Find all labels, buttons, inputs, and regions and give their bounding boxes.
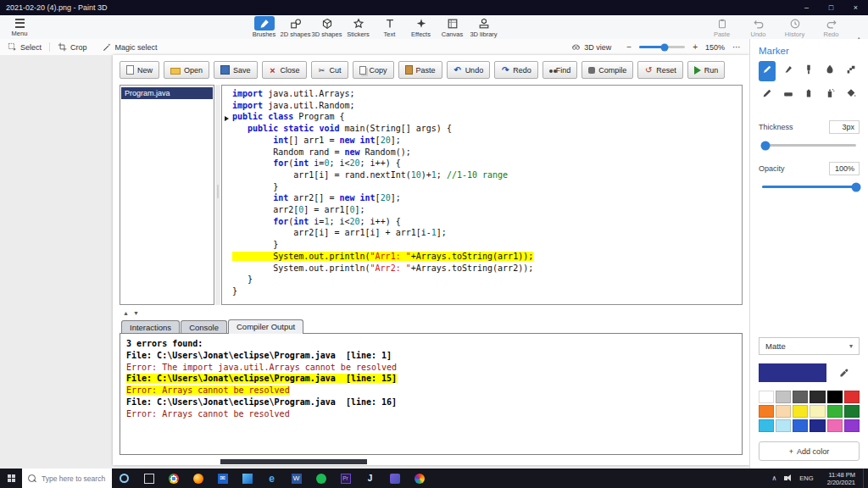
palette-color-17[interactable] [827,419,843,432]
show-desktop-button[interactable] [863,469,868,488]
palette-color-8[interactable] [776,405,791,418]
file-tab-program-java[interactable]: Program.java [121,87,213,99]
taskbar-clock[interactable]: 11:48 PM 2/20/2021 [820,471,863,486]
opacity-value-field[interactable]: 100% [829,162,860,175]
brush-oil-brush[interactable] [801,61,818,81]
palette-color-14[interactable] [776,419,791,432]
palette-color-13[interactable] [759,419,774,432]
palette-color-6[interactable] [844,391,860,403]
3d-view-toggle[interactable]: 3D view [564,42,619,52]
minimize-button[interactable]: – [794,0,819,15]
close-button[interactable]: × [843,0,868,15]
drjava-paste-dj-button[interactable]: Paste [398,61,442,79]
opacity-slider-thumb[interactable] [852,182,861,191]
taskbar-spotify-button[interactable] [309,469,333,488]
taskbar-chrome-button[interactable] [161,469,186,488]
drjava-redo-button[interactable]: Redo [494,61,538,79]
taskbar-task-view-button[interactable] [136,469,161,488]
thickness-slider-thumb[interactable] [761,141,771,150]
taskbar-photos-button[interactable] [235,469,259,488]
ribbon-redo-button[interactable]: Redo [816,16,846,38]
magic-select-tool[interactable]: Magic select [95,39,165,55]
tab-interactions[interactable]: Interactions [121,320,180,334]
drjava-compile-button[interactable]: Compile [581,61,633,79]
current-color-swatch[interactable] [759,363,826,382]
start-button[interactable] [0,469,22,488]
ribbon-tool-stickers[interactable]: Stickers [343,16,373,38]
compiler-output-pane[interactable]: 3 errors found:File: C:\Users\Jonat\ecli… [120,333,743,455]
brush-marker[interactable] [759,61,776,81]
palette-color-1[interactable] [759,391,774,403]
opacity-slider[interactable] [762,186,856,188]
palette-color-2[interactable] [776,391,791,403]
ribbon-history-button[interactable]: History [780,16,810,38]
taskbar-cortana-button[interactable] [112,469,136,488]
thickness-slider[interactable] [762,144,856,147]
split-expand-up-button[interactable]: ▲ [122,310,130,316]
select-tool[interactable]: Select [0,39,49,55]
tab-console[interactable]: Console [181,320,227,334]
palette-color-15[interactable] [793,419,808,432]
more-options-button[interactable]: ⋯ [731,42,743,52]
tray-expand-chevron-icon[interactable]: ∧ [766,474,783,482]
taskbar-firefox-button[interactable] [186,469,210,488]
drjava-copy-button[interactable]: Copy [353,61,394,79]
ribbon-tool-library3d[interactable]: 3D library [469,16,498,38]
ribbon-tool-brushes[interactable]: Brushes [249,16,279,38]
brush-calligraphy-pen[interactable] [780,61,797,81]
palette-color-12[interactable] [844,405,860,418]
palette-color-3[interactable] [793,391,808,403]
eyedropper-button[interactable] [833,363,854,383]
brush-watercolour[interactable] [821,61,838,81]
taskbar-java-button[interactable]: J [358,469,382,488]
drjava-undo-button[interactable]: Undo [447,61,491,79]
taskbar-word-button[interactable]: W [284,469,309,488]
ribbon-tool-canvas[interactable]: Canvas [437,16,467,38]
language-indicator[interactable]: ENG [793,474,819,482]
palette-color-11[interactable] [827,405,843,418]
menu-button[interactable]: Menu [0,17,39,37]
palette-color-4[interactable] [810,391,825,403]
palette-color-9[interactable] [793,405,808,418]
palette-color-7[interactable] [759,405,774,418]
drjava-save-button[interactable]: Save [214,61,258,79]
volume-icon[interactable] [784,476,787,480]
palette-color-18[interactable] [844,419,860,432]
drjava-find-button[interactable]: Find [542,61,578,79]
palette-color-16[interactable] [810,419,825,432]
zoom-out-button[interactable]: − [625,42,633,52]
taskbar-paint3d-button[interactable] [382,469,407,488]
ribbon-tool-shapes2d[interactable]: 2D shapes [281,16,310,38]
drjava-close-button[interactable]: Close [262,61,307,79]
search-input[interactable] [40,474,114,484]
ribbon-tool-effects[interactable]: Effects [406,16,436,38]
split-expand-down-button[interactable]: ▼ [132,310,140,316]
brush-spray-can[interactable] [821,85,838,105]
palette-color-5[interactable] [827,391,843,403]
tab-compiler-output[interactable]: Compiler Output [228,319,303,334]
canvas-image-drjava-screenshot[interactable]: NewOpenSaveCloseCutCopyPasteUndoRedoFind… [113,55,749,465]
material-dropdown[interactable]: Matte ▾ [759,337,860,355]
maximize-button[interactable]: □ [819,0,843,15]
zoom-slider[interactable] [639,46,685,48]
brush-crayon[interactable] [801,85,818,105]
ribbon-undo-button[interactable]: Undo [743,16,773,38]
drjava-cut-button[interactable]: Cut [311,61,348,79]
zoom-in-button[interactable]: + [691,42,699,52]
taskbar-premiere-button[interactable]: Pr [333,469,358,488]
palette-color-10[interactable] [810,405,825,418]
taskbar-search[interactable] [22,469,112,488]
brush-pencil[interactable] [759,85,776,105]
drjava-code-editor[interactable]: import java.util.Arrays;import java.util… [221,85,743,305]
drjava-run-button[interactable]: Run [687,61,726,79]
taskbar-palette-button[interactable] [407,469,431,488]
add-color-button[interactable]: + Add color [759,441,860,461]
horizontal-splitter[interactable]: ▲ ▼ [120,307,743,319]
crop-tool[interactable]: Crop [50,39,95,55]
ribbon-paste-button[interactable]: Paste [707,16,737,38]
zoom-slider-thumb[interactable] [660,43,668,51]
drjava-reset-button[interactable]: Reset [637,61,683,79]
zoom-percent[interactable]: 150% [705,43,725,52]
ribbon-tool-shapes3d[interactable]: 3D shapes [312,16,342,38]
brush-fill[interactable] [843,85,860,105]
